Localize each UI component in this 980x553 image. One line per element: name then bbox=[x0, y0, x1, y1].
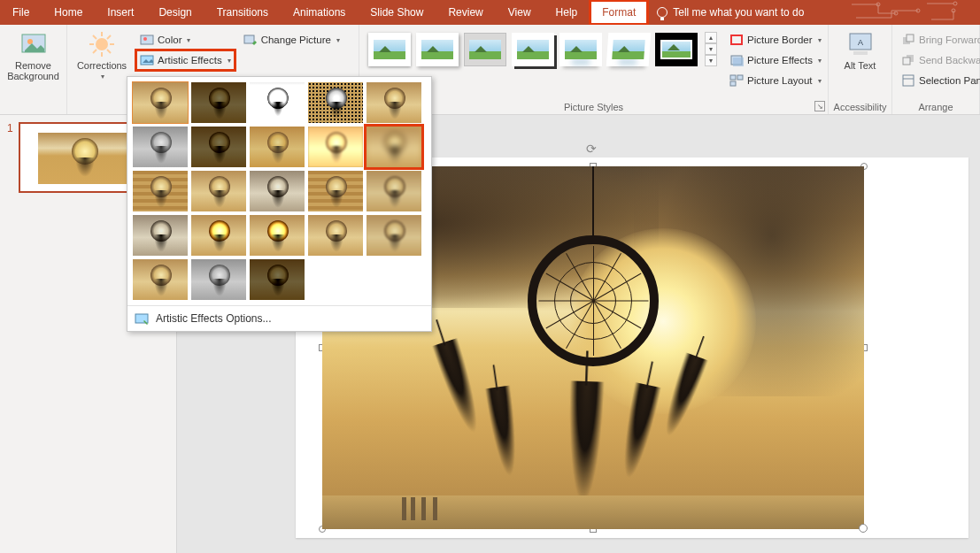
svg-text:A: A bbox=[857, 38, 862, 47]
menu-tabs: File Home Insert Design Transitions Anim… bbox=[0, 0, 980, 25]
effect-light-screen[interactable] bbox=[133, 171, 188, 211]
tab-slideshow[interactable]: Slide Show bbox=[358, 0, 436, 25]
send-backward-button[interactable]: Send Backward bbox=[898, 50, 980, 70]
artistic-effects-button[interactable]: Artistic Effects▾ bbox=[136, 50, 235, 70]
tell-me[interactable]: Tell me what you want to do bbox=[648, 0, 813, 25]
alt-text-button[interactable]: A Alt Text bbox=[834, 28, 886, 71]
svg-rect-25 bbox=[730, 81, 736, 86]
bring-forward-button[interactable]: Bring Forward bbox=[898, 30, 980, 50]
change-picture-button[interactable]: Change Picture▾ bbox=[240, 30, 343, 50]
effect-pencil-sketch[interactable] bbox=[308, 82, 363, 123]
style-preset[interactable] bbox=[368, 33, 411, 66]
effect-cutout[interactable] bbox=[133, 259, 188, 300]
picture-layout-button[interactable]: Picture Layout▾ bbox=[726, 71, 825, 90]
effect-blur[interactable] bbox=[367, 127, 421, 167]
style-preset[interactable] bbox=[464, 33, 506, 66]
effect-plastic-wrap[interactable] bbox=[367, 215, 421, 256]
effect-paint-strokes[interactable] bbox=[191, 127, 246, 167]
remove-background-button[interactable]: Remove Background bbox=[5, 28, 61, 81]
svg-point-3 bbox=[953, 2, 957, 5]
tab-file[interactable]: File bbox=[0, 0, 42, 25]
picture-border-icon bbox=[729, 33, 744, 47]
corrections-label: Corrections bbox=[77, 60, 127, 71]
selection-pane-icon bbox=[901, 73, 915, 88]
selection-pane-button[interactable]: Selection Pane bbox=[898, 71, 980, 90]
artistic-effects-label: Artistic Effects bbox=[158, 55, 222, 65]
tab-help[interactable]: Help bbox=[544, 0, 590, 25]
picture-styles-gallery: ▴ ▾ ▾ bbox=[365, 28, 721, 66]
svg-rect-23 bbox=[730, 75, 736, 80]
effect-mosaic[interactable] bbox=[308, 171, 363, 211]
group-label-arrange: Arrange bbox=[892, 102, 979, 114]
svg-rect-19 bbox=[244, 35, 254, 43]
svg-rect-16 bbox=[141, 35, 153, 44]
change-picture-label: Change Picture bbox=[261, 35, 331, 45]
bring-forward-icon bbox=[901, 33, 915, 47]
gallery-more[interactable]: ▾ bbox=[705, 55, 717, 66]
tab-transitions[interactable]: Transitions bbox=[204, 0, 281, 25]
selection-pane-label: Selection Pane bbox=[919, 75, 980, 86]
svg-line-12 bbox=[93, 35, 96, 39]
style-preset[interactable] bbox=[416, 33, 459, 66]
picture-effects-button[interactable]: Picture Effects▾ bbox=[726, 50, 825, 70]
alt-text-label: Alt Text bbox=[845, 60, 876, 71]
effect-chalk-sketch[interactable] bbox=[133, 127, 188, 167]
color-label: Color bbox=[158, 35, 181, 45]
tab-review[interactable]: Review bbox=[436, 0, 495, 25]
tab-format[interactable]: Format bbox=[590, 0, 648, 25]
picture-layout-label: Picture Layout bbox=[747, 75, 813, 86]
effect-paint-brush[interactable] bbox=[250, 127, 305, 167]
style-preset[interactable] bbox=[655, 33, 698, 66]
effect-glow-edges[interactable] bbox=[250, 259, 305, 300]
styles-dialog-launcher[interactable]: ↘ bbox=[814, 101, 825, 111]
tab-design[interactable]: Design bbox=[146, 0, 204, 25]
svg-rect-33 bbox=[903, 75, 914, 86]
svg-line-14 bbox=[107, 35, 111, 39]
svg-rect-20 bbox=[731, 35, 742, 44]
tell-me-label: Tell me what you want to do bbox=[673, 6, 804, 19]
effect-none[interactable] bbox=[133, 82, 188, 123]
effect-cement[interactable] bbox=[133, 215, 188, 256]
artistic-effects-icon bbox=[140, 53, 154, 67]
svg-point-17 bbox=[143, 37, 147, 41]
color-icon bbox=[140, 33, 154, 47]
svg-line-15 bbox=[93, 50, 96, 53]
effect-pencil-grayscale[interactable] bbox=[250, 82, 305, 123]
color-button[interactable]: Color▾ bbox=[136, 30, 235, 50]
corrections-button[interactable]: Corrections▾ bbox=[73, 28, 131, 81]
svg-point-7 bbox=[96, 38, 108, 50]
style-preset[interactable] bbox=[559, 33, 602, 66]
tab-insert[interactable]: Insert bbox=[95, 0, 146, 25]
effect-glass[interactable] bbox=[367, 171, 421, 211]
rotate-handle[interactable]: ⟳ bbox=[586, 142, 600, 156]
slide-thumbnail[interactable] bbox=[19, 122, 143, 193]
effect-line-drawing[interactable] bbox=[367, 82, 421, 123]
picture-border-button[interactable]: Picture Border▾ bbox=[726, 30, 825, 50]
svg-rect-22 bbox=[733, 58, 744, 66]
effect-crisscross[interactable] bbox=[250, 215, 305, 256]
svg-rect-35 bbox=[135, 314, 148, 323]
gallery-scroll-up[interactable]: ▴ bbox=[705, 32, 717, 43]
effect-photocopy[interactable] bbox=[191, 259, 246, 300]
effect-texturizer[interactable] bbox=[191, 215, 246, 256]
effect-film-grain[interactable] bbox=[250, 171, 305, 211]
effect-marker[interactable] bbox=[191, 82, 246, 123]
svg-rect-32 bbox=[903, 58, 910, 65]
svg-rect-30 bbox=[907, 35, 914, 42]
tab-view[interactable]: View bbox=[496, 0, 544, 25]
picture-layout-icon bbox=[729, 73, 744, 88]
effect-pastels[interactable] bbox=[308, 215, 363, 256]
gallery-scroll-down[interactable]: ▾ bbox=[705, 43, 717, 55]
picture-effects-icon bbox=[729, 53, 744, 67]
effect-watercolor[interactable] bbox=[191, 171, 246, 211]
tab-animations[interactable]: Animations bbox=[281, 0, 358, 25]
artistic-effects-options[interactable]: Artistic Effects Options... bbox=[127, 305, 431, 331]
style-preset[interactable] bbox=[606, 33, 652, 66]
effect-glow-diffused[interactable] bbox=[308, 127, 363, 167]
slide-number: 1 bbox=[7, 122, 13, 134]
send-backward-label: Send Backward bbox=[919, 55, 980, 65]
svg-line-13 bbox=[107, 50, 111, 53]
bring-forward-label: Bring Forward bbox=[919, 35, 980, 45]
style-preset[interactable] bbox=[512, 33, 554, 66]
tab-home[interactable]: Home bbox=[42, 0, 95, 25]
